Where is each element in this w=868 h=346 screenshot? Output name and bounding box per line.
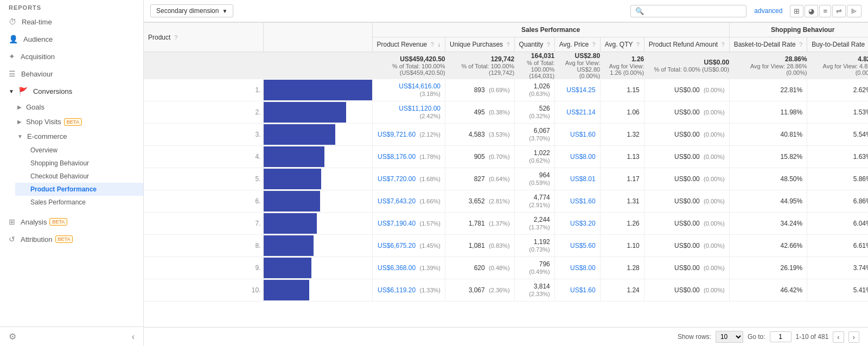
- sidebar-item-realtime[interactable]: ⏱ Real-time: [0, 13, 143, 30]
- avg-price-5: US$8.01: [554, 168, 600, 190]
- sidebar-item-product-performance[interactable]: Product Performance: [15, 183, 143, 196]
- sidebar-item-behaviour[interactable]: ☰ Behaviour: [0, 65, 143, 82]
- sidebar-item-sales-performance[interactable]: Sales Performance: [15, 196, 143, 209]
- row-number-5: 5.: [144, 168, 263, 190]
- total-avg-price: US$2.80 Avg for View: US$2.80 (0.00%): [554, 52, 600, 80]
- table-row: 2. US$11,120.00 (2.42%) 495 (0.38%) 526 …: [144, 101, 868, 124]
- table-row: 7. US$7,190.40 (1.57%) 1,781 (1.37%) 2,2…: [144, 213, 868, 235]
- view-list-button[interactable]: ≡: [819, 5, 831, 17]
- settings-icon[interactable]: ⚙: [9, 331, 16, 342]
- total-label-cell: [144, 52, 263, 80]
- table-row: 6. US$7,643.20 (1.66%) 3,652 (2.81%) 4,7…: [144, 190, 868, 213]
- unique-purchases-9: 620 (0.48%): [445, 257, 515, 279]
- search-input[interactable]: [644, 7, 742, 15]
- avg-price-3: US$1.60: [554, 124, 600, 146]
- total-avg-qty: 1.26 Avg for View: 1.26 (0.00%): [600, 52, 644, 80]
- prev-page-button[interactable]: ‹: [833, 331, 844, 343]
- behaviour-icon: ☰: [9, 69, 16, 78]
- revenue-3: US$9,721.60 (2.12%): [372, 124, 445, 146]
- advanced-link[interactable]: advanced: [754, 7, 782, 15]
- unique-purchases-2: 495 (0.38%): [445, 101, 515, 124]
- sidebar-item-checkout-behaviour[interactable]: Checkout Behaviour: [15, 170, 143, 183]
- row-number-1: 1.: [144, 79, 263, 101]
- quantity-10: 3,814 (2.33%): [514, 279, 554, 302]
- buy-rate-6: 6.86%: [807, 190, 868, 213]
- sidebar-item-ecommerce[interactable]: ▼ E-commerce: [9, 129, 143, 144]
- bar-cell-7: [263, 213, 372, 235]
- avg-price-6: US$1.60: [554, 190, 600, 213]
- buy-rate-4: 1.63%: [807, 146, 868, 168]
- sidebar-item-acquisition[interactable]: ✦ Acquisition: [0, 48, 143, 65]
- avg-qty-header[interactable]: Avg. QTY ?: [600, 37, 644, 52]
- total-row: US$459,420.50 % of Total: 100.00% (US$45…: [144, 52, 868, 80]
- revenue-help-icon[interactable]: ?: [431, 41, 434, 48]
- total-quantity: 164,031 % of Total: 100.00% (164,031): [514, 52, 554, 80]
- shopping-behaviour-group-header: Shopping Behaviour: [729, 23, 868, 37]
- basket-rate-2: 11.98%: [729, 101, 807, 124]
- bar-cell-3: [263, 124, 372, 146]
- sidebar-item-behaviour-label: Behaviour: [21, 70, 53, 78]
- avg-qty-10: 1.24: [600, 279, 644, 302]
- avg-price-header[interactable]: Avg. Price ?: [554, 37, 600, 52]
- revenue-8: US$6,675.20 (1.45%): [372, 235, 445, 257]
- avg-qty-help-icon[interactable]: ?: [636, 41, 640, 48]
- next-page-button[interactable]: ›: [848, 331, 859, 343]
- sidebar-item-shopping-behaviour[interactable]: Shopping Behaviour: [15, 157, 143, 170]
- sidebar-item-analysis[interactable]: ⊞ Analysis BETA: [0, 213, 143, 230]
- row-number-2: 2.: [144, 101, 263, 124]
- sidebar-section-conversions-label: Conversions: [33, 87, 72, 95]
- avg-price-help-icon[interactable]: ?: [592, 41, 596, 48]
- product-help-icon[interactable]: ?: [174, 34, 177, 41]
- avg-price-4: US$8.00: [554, 146, 600, 168]
- buy-rate-10: 5.41%: [807, 279, 868, 302]
- sidebar-item-attribution-label: Attribution: [21, 235, 53, 244]
- buy-rate-5: 5.86%: [807, 168, 868, 190]
- avg-qty-8: 1.10: [600, 235, 644, 257]
- show-rows-select[interactable]: 102550100500: [716, 331, 743, 343]
- unique-purchases-header[interactable]: Unique Purchases ?: [445, 37, 515, 52]
- sidebar-item-overview[interactable]: Overview: [15, 144, 143, 157]
- collapse-sidebar-icon[interactable]: ‹: [132, 332, 135, 342]
- unique-purchases-5: 827 (0.64%): [445, 168, 515, 190]
- total-refund: US$0.00 % of Total: 0.00% (US$0.00): [644, 52, 729, 80]
- reports-label: REPORTS: [0, 0, 143, 13]
- revenue-7: US$7,190.40 (1.57%): [372, 213, 445, 235]
- secondary-dim-caret: ▼: [222, 8, 227, 14]
- sidebar-item-goals[interactable]: ▶ Goals: [9, 100, 143, 114]
- view-compare-button[interactable]: ⇌: [832, 5, 846, 17]
- quantity-help-icon[interactable]: ?: [547, 41, 550, 48]
- table-row: 10. US$6,119.20 (1.33%) 3,067 (2.36%) 3,…: [144, 279, 868, 302]
- buy-rate-9: 3.74%: [807, 257, 868, 279]
- sidebar-item-attribution[interactable]: ↺ Attribution BETA: [0, 230, 143, 248]
- total-unique-purchases: 129,742 % of Total: 100.00% (129,742): [445, 52, 515, 80]
- avg-qty-3: 1.32: [600, 124, 644, 146]
- view-grid-button[interactable]: ⊞: [790, 5, 803, 17]
- unique-help-icon[interactable]: ?: [506, 41, 509, 48]
- product-refund-header[interactable]: Product Refund Amount ?: [644, 37, 729, 52]
- avg-qty-4: 1.13: [600, 146, 644, 168]
- table-row: 1. US$14,616.00 (3.18%) 893 (0.69%) 1,02…: [144, 79, 868, 101]
- avg-price-7: US$3.20: [554, 213, 600, 235]
- secondary-dimension-button[interactable]: Secondary dimension ▼: [150, 4, 233, 17]
- quantity-3: 6,067 (3.70%): [514, 124, 554, 146]
- quantity-9: 796 (0.49%): [514, 257, 554, 279]
- shopvisits-beta-badge: BETA: [64, 118, 82, 126]
- basket-detail-header[interactable]: Basket-to-Detail Rate ?: [729, 37, 807, 52]
- quantity-header[interactable]: Quantity ?: [514, 37, 554, 52]
- sidebar-section-conversions-header[interactable]: ▼ 🚩 Conversions: [0, 82, 143, 100]
- sidebar-item-shopvisits-label: Shop Visits: [26, 118, 61, 126]
- view-pie-button[interactable]: ◕: [805, 5, 818, 17]
- buy-detail-header[interactable]: Buy-to-Detail Rate ?: [807, 37, 868, 52]
- basket-rate-8: 42.66%: [729, 235, 807, 257]
- sidebar-item-audience[interactable]: 👤 Audience: [0, 30, 143, 48]
- unique-purchases-6: 3,652 (2.81%): [445, 190, 515, 213]
- refund-help-icon[interactable]: ?: [722, 41, 725, 48]
- total-basket-rate: 28.86% Avg for View: 28.86% (0.00%): [729, 52, 807, 80]
- basket-help-icon[interactable]: ?: [799, 41, 802, 48]
- sidebar-item-shopvisits[interactable]: ▶ Shop Visits BETA: [9, 114, 143, 129]
- view-column-button[interactable]: ⫸: [847, 5, 861, 17]
- quantity-2: 526 (0.32%): [514, 101, 554, 124]
- product-revenue-header[interactable]: Product Revenue ? ↓: [372, 37, 445, 52]
- goto-input[interactable]: [770, 331, 792, 342]
- toolbar: Secondary dimension ▼ 🔍 advanced ⊞ ◕ ≡ ⇌…: [144, 0, 868, 22]
